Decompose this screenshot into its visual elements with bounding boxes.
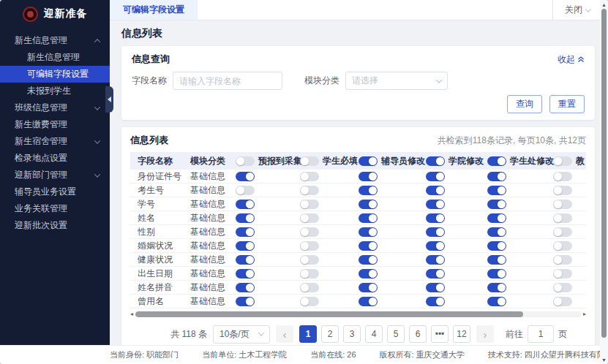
v-scrollbar-thumb[interactable]: [601, 9, 607, 338]
row-toggle[interactable]: [236, 255, 255, 265]
row-toggle[interactable]: [487, 269, 506, 278]
row-toggle[interactable]: [359, 172, 378, 181]
row-toggle[interactable]: [236, 200, 255, 209]
row-toggle[interactable]: [236, 227, 255, 237]
row-toggle[interactable]: [487, 241, 506, 251]
row-toggle[interactable]: [487, 283, 506, 292]
row-toggle[interactable]: [236, 241, 255, 251]
row-toggle[interactable]: [426, 297, 445, 306]
goto-page-input[interactable]: [528, 325, 554, 343]
row-toggle[interactable]: [300, 227, 319, 237]
row-toggle[interactable]: [359, 227, 378, 237]
row-toggle[interactable]: [359, 297, 378, 306]
row-toggle[interactable]: [487, 172, 506, 181]
row-toggle[interactable]: [359, 255, 378, 265]
row-toggle[interactable]: [553, 172, 572, 181]
row-toggle[interactable]: [553, 255, 572, 265]
sidebar-item[interactable]: 新生信息管理: [0, 32, 110, 49]
column-master-toggle[interactable]: [426, 156, 445, 166]
vertical-scrollbar[interactable]: ▲ ▼: [600, 0, 608, 364]
field-name-input[interactable]: [173, 72, 282, 90]
search-button[interactable]: 查询: [507, 95, 542, 113]
page-size-select[interactable]: 10条/页: [213, 325, 270, 344]
scroll-right-icon[interactable]: ▸: [583, 311, 586, 317]
column-master-toggle[interactable]: [300, 156, 319, 166]
reset-button[interactable]: 重置: [549, 95, 585, 113]
sidebar-item[interactable]: 检录地点设置: [0, 150, 110, 167]
row-toggle[interactable]: [487, 200, 506, 209]
row-toggle[interactable]: [487, 255, 506, 265]
page-button[interactable]: 2: [321, 325, 339, 343]
row-toggle[interactable]: [300, 255, 319, 265]
horizontal-scrollbar[interactable]: ◂ ▸: [130, 311, 586, 318]
row-toggle[interactable]: [426, 213, 445, 223]
row-toggle[interactable]: [487, 297, 506, 306]
row-toggle[interactable]: [553, 200, 572, 209]
row-toggle[interactable]: [553, 186, 572, 195]
row-toggle[interactable]: [359, 269, 378, 278]
row-toggle[interactable]: [553, 269, 572, 278]
prev-page-button[interactable]: ‹: [276, 325, 293, 343]
row-toggle[interactable]: [359, 283, 378, 292]
row-toggle[interactable]: [553, 227, 572, 237]
row-toggle[interactable]: [553, 297, 572, 306]
sidebar-item[interactable]: 新生宿舍管理: [0, 133, 110, 150]
page-button[interactable]: 5: [387, 325, 405, 343]
sidebar-item[interactable]: 新生信息管理: [0, 49, 110, 66]
row-toggle[interactable]: [359, 200, 378, 209]
row-toggle[interactable]: [426, 241, 445, 251]
row-toggle[interactable]: [300, 297, 319, 306]
row-toggle[interactable]: [236, 297, 255, 306]
row-toggle[interactable]: [426, 269, 445, 278]
column-master-toggle[interactable]: [553, 156, 572, 166]
scroll-down-icon[interactable]: ▼: [601, 355, 607, 364]
sidebar-item[interactable]: 辅导员业务设置: [0, 183, 110, 200]
row-toggle[interactable]: [426, 172, 445, 181]
collapse-panel-link[interactable]: 收起: [558, 53, 585, 66]
row-toggle[interactable]: [487, 227, 506, 237]
page-button[interactable]: 12: [453, 325, 470, 343]
page-button[interactable]: 3: [343, 325, 361, 343]
sidebar-collapse-handle[interactable]: [105, 86, 113, 113]
page-button[interactable]: 4: [365, 325, 383, 343]
sidebar-item[interactable]: 新生缴费管理: [0, 116, 110, 133]
row-toggle[interactable]: [359, 241, 378, 251]
sidebar-item[interactable]: 迎新部门管理: [0, 167, 110, 183]
row-toggle[interactable]: [553, 213, 572, 223]
scroll-left-icon[interactable]: ◂: [130, 311, 133, 317]
sidebar-item[interactable]: 班级信息管理: [0, 99, 110, 116]
row-toggle[interactable]: [300, 283, 319, 292]
page-button[interactable]: 1: [299, 325, 317, 343]
row-toggle[interactable]: [553, 241, 572, 251]
column-master-toggle[interactable]: [236, 156, 255, 166]
row-toggle[interactable]: [426, 227, 445, 237]
row-toggle[interactable]: [236, 283, 255, 292]
row-toggle[interactable]: [359, 186, 378, 195]
sidebar-item[interactable]: 迎新批次设置: [0, 217, 110, 234]
column-master-toggle[interactable]: [487, 156, 506, 166]
sidebar-item[interactable]: 可编辑字段设置: [0, 66, 110, 83]
next-page-button[interactable]: ›: [476, 325, 494, 343]
row-toggle[interactable]: [359, 213, 378, 223]
scroll-up-icon[interactable]: ▲: [601, 0, 607, 9]
row-toggle[interactable]: [236, 213, 255, 223]
row-toggle[interactable]: [553, 283, 572, 292]
row-toggle[interactable]: [300, 186, 319, 195]
tab-editable-field-settings[interactable]: 可编辑字段设置: [110, 0, 198, 20]
row-toggle[interactable]: [300, 200, 319, 209]
row-toggle[interactable]: [487, 213, 506, 223]
row-toggle[interactable]: [426, 283, 445, 292]
row-toggle[interactable]: [300, 213, 319, 223]
h-scrollbar-thumb[interactable]: [135, 311, 523, 317]
row-toggle[interactable]: [426, 186, 445, 195]
row-toggle[interactable]: [300, 269, 319, 278]
module-select[interactable]: 请选择: [345, 72, 448, 90]
row-toggle[interactable]: [236, 269, 255, 278]
row-toggle[interactable]: [426, 255, 445, 265]
column-master-toggle[interactable]: [359, 156, 378, 166]
sidebar-item[interactable]: 业务关联管理: [0, 200, 110, 217]
sidebar-item[interactable]: 未报到学生: [0, 83, 110, 99]
row-toggle[interactable]: [426, 200, 445, 209]
row-toggle[interactable]: [300, 241, 319, 251]
row-toggle[interactable]: [300, 172, 319, 181]
